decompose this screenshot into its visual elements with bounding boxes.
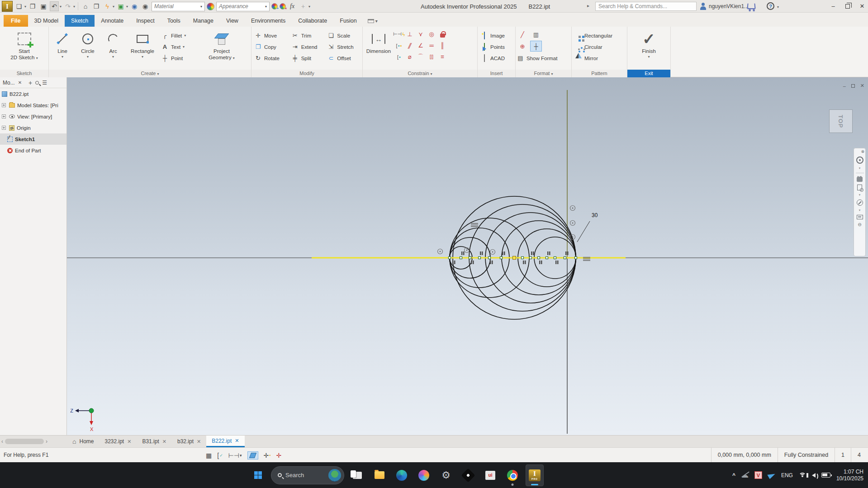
sketch-geometry[interactable]: 30ZX [67, 77, 868, 435]
view-cube[interactable]: TOP [829, 109, 853, 133]
start-2d-sketch-button[interactable]: Start 2D Sketch ▾ [6, 28, 43, 70]
navbar-close-icon[interactable]: ⊗ [861, 149, 864, 154]
tree-item-sketch1[interactable]: Sketch1 [0, 133, 66, 145]
help-search-input[interactable] [595, 2, 697, 11]
relax-mode-icon[interactable]: ✛ [276, 452, 281, 459]
tangent-constraint-button[interactable]: ⌀ [404, 51, 415, 62]
doc-close-icon[interactable]: ✕ [860, 83, 864, 89]
volume-icon[interactable] [812, 473, 816, 478]
iproperties-icon[interactable]: ϟ [103, 1, 112, 11]
dynamic-dimension-icon[interactable]: ⊢⊣▾ [228, 452, 242, 459]
adjust-appearance-icon[interactable]: + [271, 3, 278, 9]
line-button[interactable]: Line ▾ [50, 28, 75, 70]
dimension-button[interactable]: ↔ Dimension [364, 28, 394, 70]
collinear-constraint-button[interactable]: ⋎ [415, 28, 426, 40]
language-indicator[interactable]: ENG [781, 472, 793, 479]
tab-inspect[interactable]: Inspect [130, 15, 161, 27]
undo-caret-icon[interactable]: ▾ [60, 5, 62, 9]
copy-button[interactable]: ❐Copy [252, 41, 289, 52]
new-file-icon[interactable]: ❏ [14, 1, 24, 11]
trim-button[interactable]: ✂Trim [289, 30, 326, 41]
vietkey-icon[interactable]: V [754, 471, 762, 479]
edge-button[interactable] [393, 464, 411, 486]
tab-scroll-right-icon[interactable]: › [46, 438, 47, 445]
slice-graphics-icon[interactable] [247, 451, 258, 460]
vertical-constraint-button[interactable]: ║ [437, 40, 448, 51]
taskbar-search-box[interactable]: Search [271, 466, 344, 484]
expand-icon[interactable] [2, 103, 6, 107]
circle-button[interactable]: Circle ▾ [75, 28, 100, 70]
horizontal-constraint-button[interactable]: ═ [426, 40, 437, 51]
rectangle-button[interactable]: Rectangle ▾ [126, 28, 159, 70]
battery-icon[interactable] [821, 473, 830, 478]
extend-button[interactable]: ⇥Extend [289, 41, 326, 52]
undo-icon[interactable]: ↶ [50, 1, 59, 11]
zoom-caret-icon[interactable]: ▾ [859, 193, 861, 197]
start-button[interactable] [249, 466, 267, 484]
tab-scroll-left-icon[interactable]: ‹ [1, 438, 3, 445]
auto-dimension-button[interactable]: ⊢⊣ϟ [394, 28, 404, 40]
doc-tab-b32[interactable]: b32.ipt✕ [172, 436, 206, 447]
tray-expand-icon[interactable]: ^ [732, 472, 735, 479]
doc-tab-b31[interactable]: B31.ipt✕ [137, 436, 172, 447]
redo-icon[interactable]: ↷ [63, 1, 72, 11]
help-caret-icon[interactable]: ▾ [777, 5, 779, 9]
tab-environments[interactable]: Environments [245, 15, 292, 27]
navigation-wheel-icon[interactable] [856, 156, 863, 164]
inventor-logo-icon[interactable]: I [2, 1, 13, 12]
task-view-button[interactable] [348, 464, 366, 486]
look-at-icon[interactable] [857, 215, 863, 219]
browser-add-icon[interactable]: + [28, 79, 32, 86]
doc-restore-icon[interactable] [851, 84, 855, 88]
project-geometry-button[interactable]: Project Geometry ▾ [203, 28, 241, 70]
new-file-caret-icon[interactable]: ▾ [24, 5, 26, 9]
move-glyph-icon[interactable]: ✛• [264, 452, 271, 459]
fix-constraint-button[interactable] [437, 28, 448, 40]
coincident-constraint-button[interactable]: ⊥ [404, 28, 415, 40]
panel-label-constrain[interactable]: Constrain ▾ [363, 70, 477, 77]
constraint-inference-icon[interactable]: [✓ [217, 452, 223, 459]
parameters-fx-icon[interactable]: fx [288, 1, 297, 11]
wifi-icon[interactable] [799, 473, 806, 478]
doc-tab-close-icon[interactable]: ✕ [197, 439, 201, 445]
user-name[interactable]: nguyenVKien1... [709, 3, 749, 9]
points-button[interactable]: Points [479, 41, 507, 52]
panel-label-create[interactable]: Create ▾ [49, 70, 251, 77]
tab-sketch[interactable]: Sketch [65, 15, 95, 27]
tab-scrollbar-thumb[interactable] [5, 439, 44, 444]
measure-icon[interactable]: ▣ [116, 1, 125, 11]
expand-icon[interactable] [2, 114, 6, 118]
text-button[interactable]: AText▾ [159, 41, 203, 52]
orbit-icon[interactable] [857, 199, 863, 206]
help-icon[interactable]: ? [767, 2, 774, 10]
home-icon[interactable]: ⌂ [81, 1, 90, 11]
expand-arrow-icon[interactable]: ▸ [587, 3, 589, 8]
orbit-caret-icon[interactable]: ▾ [859, 208, 861, 212]
construction-button[interactable]: ╱ [517, 29, 528, 40]
tree-item-end-of-part[interactable]: End of Part [0, 145, 66, 156]
grid-snap-icon[interactable]: ▦ [206, 452, 212, 459]
switch-window-icon[interactable]: ❐ [92, 1, 101, 11]
navbar-caret-icon[interactable]: ▾ [859, 166, 861, 170]
offset-button[interactable]: ⊂Offset [325, 52, 361, 64]
rectangular-pattern-button[interactable]: Rectangular [573, 30, 614, 41]
tab-fusion[interactable]: Fusion [333, 15, 363, 27]
parallel-constraint-button[interactable]: ∥ [404, 40, 415, 51]
expand-icon[interactable] [2, 126, 6, 130]
measure-caret-icon[interactable]: ▾ [126, 5, 128, 9]
app-store-cart-icon[interactable] [747, 4, 756, 9]
scale-button[interactable]: ❏Scale [325, 30, 361, 41]
rotate-button[interactable]: ↻Rotate [252, 52, 289, 64]
image-button[interactable]: Image [479, 30, 507, 41]
point-button[interactable]: ┼Point [159, 52, 203, 64]
tab-annotate[interactable]: Annotate [95, 15, 130, 27]
concentric-constraint-button[interactable]: ◎ [426, 28, 437, 40]
minimize-button[interactable]: – [826, 0, 840, 12]
arc-button[interactable]: Arc ▾ [100, 28, 126, 70]
tab-tools[interactable]: Tools [161, 15, 187, 27]
open-file-icon[interactable]: ❐ [28, 1, 37, 11]
symmetric-constraint-button[interactable]: [|] [426, 51, 437, 62]
tab-3d-model[interactable]: 3D Model [28, 15, 65, 27]
pan-icon[interactable] [857, 176, 863, 182]
color-wheel-icon[interactable] [207, 3, 214, 10]
